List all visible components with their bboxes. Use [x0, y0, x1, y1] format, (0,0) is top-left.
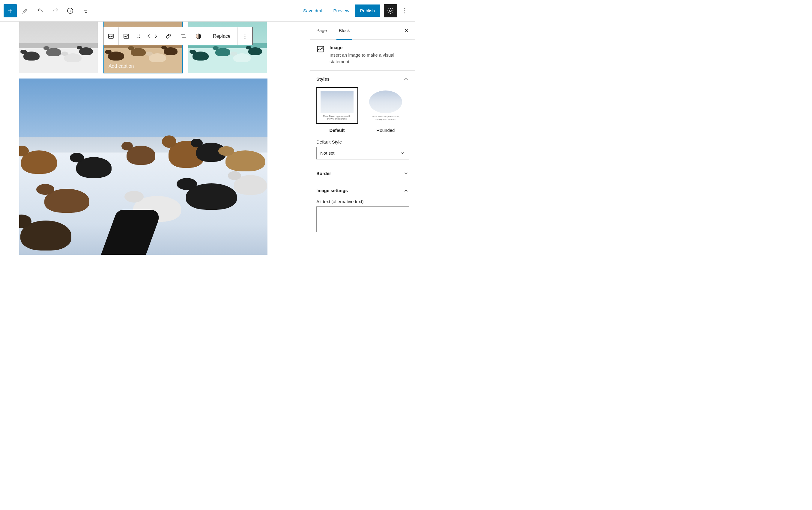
parent-block-button[interactable] [104, 27, 118, 45]
publish-button[interactable]: Publish [355, 4, 380, 17]
duotone-icon [195, 33, 202, 40]
preview-button[interactable]: Preview [329, 5, 353, 16]
image-block-1[interactable] [19, 22, 98, 73]
redo-button[interactable] [49, 4, 62, 18]
svg-point-4 [405, 12, 405, 13]
panel-label: Image settings [316, 188, 348, 193]
chevron-right-icon [152, 33, 159, 40]
move-left-button[interactable] [146, 33, 152, 40]
outline-button[interactable] [79, 4, 92, 18]
close-sidebar-button[interactable] [401, 28, 413, 34]
image-block-large[interactable] [19, 79, 267, 255]
drag-handle[interactable] [134, 27, 144, 45]
svg-rect-15 [318, 47, 324, 52]
undo-button[interactable] [34, 4, 47, 18]
default-style-select[interactable]: Not set [316, 147, 409, 159]
settings-button[interactable] [384, 4, 397, 18]
svg-point-13 [244, 36, 245, 36]
style-label: Rounded [365, 128, 406, 133]
settings-sidebar: Page Block Image Insert an image to make… [310, 22, 415, 257]
pencil-icon [22, 7, 29, 14]
select-value: Not set [320, 150, 335, 155]
tab-page[interactable]: Page [310, 22, 333, 39]
caption-placeholder[interactable]: Add caption [109, 63, 134, 69]
svg-point-3 [405, 10, 405, 11]
block-mover [144, 27, 161, 45]
kebab-icon [241, 33, 249, 40]
default-style-label: Default Style [316, 139, 409, 144]
toolbar-right-group: Save draft Preview Publish [299, 4, 411, 18]
svg-point-2 [405, 8, 405, 9]
chevron-up-icon [403, 76, 409, 82]
panel-styles-toggle[interactable]: Styles [316, 76, 409, 82]
info-icon [66, 7, 74, 14]
svg-point-8 [139, 34, 140, 35]
panel-border: Border [310, 165, 415, 182]
panel-label: Styles [316, 77, 329, 82]
svg-point-12 [244, 34, 245, 34]
panel-styles: Styles Mont Blanc appears—still, snowy, … [310, 71, 415, 165]
close-icon [404, 28, 410, 34]
undo-icon [36, 7, 44, 14]
style-preview-caption: Mont Blanc appears—still, snowy, and ser… [368, 115, 403, 120]
editor-canvas: Add caption [0, 22, 310, 257]
chevron-up-icon [403, 187, 409, 193]
image-icon [123, 33, 130, 40]
link-icon [165, 33, 172, 40]
replace-button[interactable]: Replace [206, 27, 237, 45]
save-draft-button[interactable]: Save draft [299, 5, 328, 16]
add-block-button[interactable] [4, 4, 17, 18]
tab-block[interactable]: Block [333, 22, 356, 39]
toolbar-left-group [4, 4, 92, 18]
link-button[interactable] [161, 27, 176, 45]
redo-icon [52, 7, 59, 14]
panel-image-settings-toggle[interactable]: Image settings [316, 187, 409, 193]
panel-label: Border [316, 171, 331, 176]
svg-point-10 [139, 37, 140, 38]
block-type-button[interactable] [119, 27, 134, 45]
drag-icon [135, 33, 142, 40]
style-rounded[interactable]: Mont Blanc appears—still, snowy, and ser… [365, 88, 406, 133]
panel-image-settings: Image settings Alt text (alternative tex… [310, 182, 415, 239]
info-button[interactable] [64, 4, 77, 18]
svg-point-14 [244, 38, 245, 39]
crop-button[interactable] [176, 27, 191, 45]
block-title: Image [329, 45, 409, 50]
block-more-button[interactable] [237, 27, 253, 45]
panel-border-toggle[interactable]: Border [316, 171, 409, 177]
style-default[interactable]: Mont Blanc appears—still, snowy, and ser… [316, 88, 358, 133]
alt-text-input[interactable] [316, 206, 409, 232]
more-options-button[interactable] [398, 4, 411, 18]
svg-point-1 [389, 10, 391, 12]
editor-top-toolbar: Save draft Preview Publish [0, 0, 415, 22]
chevron-left-icon [146, 33, 152, 40]
block-card: Image Insert an image to make a visual s… [310, 39, 415, 71]
gear-icon [387, 7, 394, 14]
block-toolbar: Replace [103, 27, 253, 45]
chevron-down-icon [403, 171, 409, 177]
style-preview-caption: Mont Blanc appears—still, snowy, and ser… [320, 115, 354, 120]
block-description: Insert an image to make a visual stateme… [329, 52, 409, 65]
chevron-down-icon [400, 150, 405, 156]
kebab-icon [401, 7, 408, 14]
image-icon [107, 33, 115, 40]
crop-icon [180, 33, 187, 40]
list-view-icon [82, 7, 89, 14]
style-label: Default [316, 128, 358, 133]
image-icon [316, 45, 325, 53]
svg-point-7 [138, 34, 139, 35]
svg-point-9 [138, 37, 139, 38]
duotone-button[interactable] [191, 27, 206, 45]
tools-button[interactable] [19, 4, 32, 18]
plus-icon [7, 7, 14, 14]
move-right-button[interactable] [152, 33, 159, 40]
sidebar-tabs: Page Block [310, 22, 415, 39]
alt-text-label: Alt text (alternative text) [316, 199, 409, 204]
